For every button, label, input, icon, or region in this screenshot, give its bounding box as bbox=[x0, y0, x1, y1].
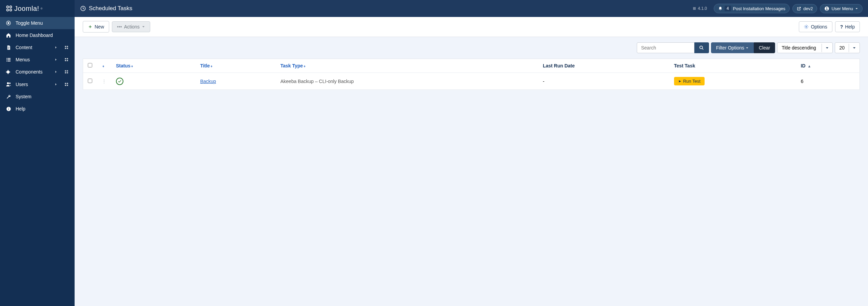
run-test-button[interactable]: Run Test bbox=[674, 77, 705, 85]
svg-rect-8 bbox=[65, 48, 66, 49]
play-icon bbox=[678, 80, 682, 83]
chevron-right-icon bbox=[54, 58, 59, 61]
sidebar-item-help[interactable]: Help bbox=[0, 103, 75, 115]
clear-button[interactable]: Clear bbox=[754, 42, 775, 53]
svg-rect-19 bbox=[67, 60, 68, 61]
version-label: 4.1.0 bbox=[692, 6, 707, 11]
check-icon bbox=[118, 79, 122, 83]
list-icon bbox=[5, 57, 12, 62]
svg-point-1 bbox=[10, 6, 12, 8]
row-reorder-handle[interactable]: ⋮ bbox=[97, 73, 111, 90]
svg-point-41 bbox=[699, 46, 702, 49]
sort-select[interactable]: Title descending bbox=[777, 42, 833, 53]
task-type-column[interactable]: Task Type♦ bbox=[280, 63, 305, 68]
chevron-down-icon[interactable] bbox=[849, 44, 860, 52]
status-badge-enabled[interactable] bbox=[116, 78, 123, 85]
search-icon bbox=[699, 45, 704, 50]
brand-logo[interactable]: Joomla!® bbox=[0, 0, 75, 17]
svg-point-25 bbox=[9, 83, 10, 84]
svg-point-40 bbox=[806, 26, 807, 27]
last-run-column: Last Run Date bbox=[538, 59, 669, 73]
chevron-down-icon[interactable] bbox=[822, 44, 832, 52]
task-title-link[interactable]: Backup bbox=[200, 79, 216, 84]
info-icon bbox=[5, 106, 12, 111]
toggle-label: Toggle Menu bbox=[16, 20, 69, 26]
post-install-label: Post Installation Messages bbox=[733, 6, 786, 11]
user-icon bbox=[824, 6, 829, 11]
svg-point-35 bbox=[695, 7, 696, 8]
gear-icon bbox=[804, 24, 809, 29]
tasks-table: ♦ Status♦ Title♦ Task Type♦ Last Run Dat… bbox=[83, 59, 860, 90]
bell-icon bbox=[718, 6, 723, 11]
chevron-down-icon bbox=[746, 46, 749, 49]
site-link-pill[interactable]: dev2 bbox=[792, 4, 817, 13]
svg-rect-15 bbox=[7, 61, 11, 61]
brand-text: Joomla! bbox=[14, 5, 39, 13]
user-menu-pill[interactable]: User Menu bbox=[820, 4, 863, 13]
select-all-checkbox[interactable] bbox=[88, 63, 92, 67]
sidebar-item-home[interactable]: Home Dashboard bbox=[0, 29, 75, 41]
sidebar-item-content[interactable]: Content bbox=[0, 41, 75, 54]
sidebar-item-system[interactable]: System bbox=[0, 90, 75, 103]
row-checkbox[interactable] bbox=[88, 79, 92, 83]
plus-icon: ＋ bbox=[88, 24, 93, 30]
filter-bar: Filter Options Clear Title descending 20 bbox=[83, 42, 860, 53]
grid-icon[interactable] bbox=[64, 82, 69, 86]
svg-point-24 bbox=[7, 82, 9, 84]
help-button[interactable]: ? Help bbox=[835, 21, 860, 32]
sidebar-item-label: Home Dashboard bbox=[16, 33, 69, 38]
status-column[interactable]: Status♦ bbox=[116, 63, 133, 68]
id-column[interactable]: ID ▲ bbox=[801, 63, 811, 68]
page-title: Scheduled Tasks bbox=[89, 5, 132, 12]
sidebar-item-label: Content bbox=[16, 45, 50, 50]
svg-point-37 bbox=[695, 9, 696, 10]
sidebar-item-components[interactable]: Components bbox=[0, 66, 75, 78]
task-type-cell: Akeeba Backup – CLI-only Backup bbox=[276, 73, 538, 90]
svg-rect-16 bbox=[65, 58, 66, 60]
external-link-icon bbox=[797, 6, 801, 11]
home-icon bbox=[5, 33, 12, 38]
search-input[interactable] bbox=[637, 42, 694, 53]
svg-rect-21 bbox=[67, 70, 68, 72]
joomla-small-icon bbox=[692, 6, 696, 11]
filter-options-button[interactable]: Filter Options bbox=[711, 42, 754, 53]
svg-point-2 bbox=[6, 9, 8, 11]
svg-rect-23 bbox=[67, 72, 68, 74]
sidebar-item-users[interactable]: Users bbox=[0, 78, 75, 90]
title-column[interactable]: Title♦ bbox=[200, 63, 212, 68]
users-icon bbox=[5, 81, 12, 87]
svg-rect-22 bbox=[65, 72, 66, 74]
svg-rect-28 bbox=[65, 85, 66, 86]
file-icon bbox=[5, 45, 12, 50]
grid-icon[interactable] bbox=[64, 45, 69, 49]
svg-rect-13 bbox=[7, 59, 11, 60]
notifications-pill[interactable]: 4 Post Installation Messages bbox=[714, 4, 790, 13]
sidebar-item-menus[interactable]: Menus bbox=[0, 54, 75, 66]
grid-icon[interactable] bbox=[64, 58, 69, 62]
clock-icon bbox=[80, 5, 86, 12]
svg-rect-27 bbox=[67, 83, 68, 84]
svg-rect-7 bbox=[67, 46, 68, 47]
svg-point-0 bbox=[6, 6, 8, 8]
grid-icon[interactable] bbox=[64, 70, 69, 74]
chevron-right-icon bbox=[54, 46, 59, 49]
order-column[interactable]: ♦ bbox=[102, 63, 104, 68]
svg-point-39 bbox=[826, 7, 828, 8]
sidebar-item-label: System bbox=[16, 94, 69, 99]
joomla-icon bbox=[5, 5, 13, 12]
svg-rect-14 bbox=[6, 61, 7, 61]
ellipsis-icon: ••• bbox=[117, 24, 122, 29]
user-menu-label: User Menu bbox=[831, 6, 853, 11]
toggle-menu[interactable]: Toggle Menu bbox=[0, 17, 75, 29]
svg-rect-20 bbox=[65, 70, 66, 72]
limit-select[interactable]: 20 bbox=[835, 42, 860, 53]
search-button[interactable] bbox=[694, 42, 709, 53]
sort-value: Title descending bbox=[777, 43, 822, 53]
options-button[interactable]: Options bbox=[799, 21, 832, 32]
actions-button[interactable]: ••• Actions bbox=[112, 21, 150, 32]
chevron-right-icon bbox=[54, 83, 59, 86]
svg-point-5 bbox=[8, 22, 9, 24]
notif-count: 4 bbox=[725, 6, 731, 11]
toolbar: ＋ New ••• Actions Options ? Help bbox=[75, 17, 868, 37]
new-button[interactable]: ＋ New bbox=[83, 21, 109, 33]
